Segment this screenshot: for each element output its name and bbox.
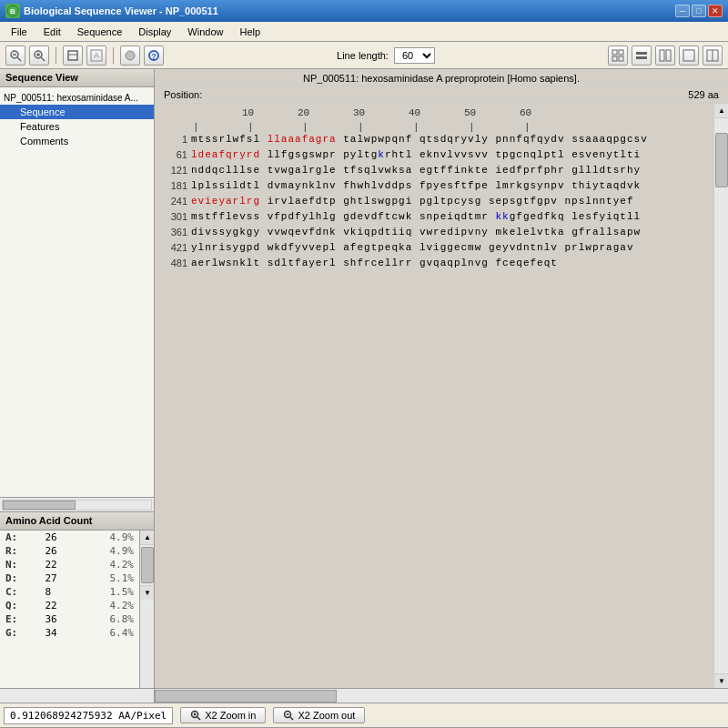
svg-rect-22 [660, 50, 664, 61]
tree-item-root[interactable]: NP_000511: hexosaminidase A... [0, 91, 154, 105]
toolbar-btn-6[interactable]: ? [144, 46, 164, 66]
menu-window[interactable]: Window [180, 25, 230, 39]
seq-position: 181 [164, 178, 191, 193]
svg-rect-20 [636, 52, 647, 55]
zoom-in-button[interactable]: X2 Zoom in [180, 707, 266, 723]
window-controls[interactable]: ─ □ ✕ [675, 5, 723, 17]
aa-table-row: A:264.9% [0, 531, 139, 544]
seq-display-wrapper: 10 20 30 40 50 60 | | | | | | | [155, 104, 728, 688]
seq-view-hscroll[interactable] [0, 497, 154, 511]
vscroll-up[interactable]: ▲ [714, 104, 728, 118]
toolbar-sep-1 [56, 47, 56, 64]
view-btn-2[interactable] [632, 46, 652, 66]
svg-text:?: ? [151, 52, 157, 61]
svg-rect-17 [619, 50, 623, 55]
seq-hscroll[interactable] [155, 688, 728, 703]
seq-row: 121nddqclllse tvwgalrgle tfsqlvwksa egtf… [164, 163, 704, 177]
aa-table-row: R:264.9% [0, 544, 139, 558]
seq-position: 121 [164, 163, 191, 177]
vscroll-down[interactable]: ▼ [714, 673, 728, 688]
seq-position: 1 [164, 132, 191, 147]
svg-text:B: B [10, 7, 15, 15]
svg-line-6 [41, 57, 45, 61]
seq-row: 181lplssildtl dvmaynklnv fhwhlvddps fpye… [164, 178, 704, 193]
seq-text: nddqclllse tvwgalrgle tfsqlvwksa egtffin… [191, 163, 641, 177]
svg-rect-24 [683, 50, 694, 61]
svg-line-3 [17, 57, 21, 61]
aa-count-header: Amino Acid Count [0, 512, 154, 531]
toolbar-btn-3[interactable] [63, 46, 83, 66]
svg-rect-19 [619, 56, 623, 61]
seq-position: 301 [164, 209, 191, 224]
menu-sequence[interactable]: Sequence [70, 25, 130, 39]
tree-item-comments[interactable]: Comments [0, 134, 154, 148]
maximize-button[interactable]: □ [692, 5, 706, 17]
vscroll-thumb[interactable] [715, 133, 728, 187]
aa-table-row: C:81.5% [0, 585, 139, 599]
bottom-info-bar: 0.912068924275932 AA/Pixel X2 Zoom in X2… [0, 703, 728, 728]
position-label: Position: [164, 89, 202, 100]
pixel-ratio-display: 0.912068924275932 AA/Pixel [4, 707, 173, 724]
position-bar: Position: 529 aa [155, 86, 728, 104]
view-btn-5[interactable] [703, 46, 723, 66]
title-bar: B Biological Sequence Viewer - NP_000511… [0, 0, 728, 22]
tree-item-features[interactable]: Features [0, 119, 154, 134]
aa-count-panel: Amino Acid Count A:264.9%R:264.9%N:224.2… [0, 511, 154, 703]
svg-point-13 [126, 51, 135, 60]
seq-row: 241evieyarlrg irvlaefdtp ghtlswgpgi pglt… [164, 194, 704, 208]
svg-rect-16 [612, 50, 617, 55]
aa-scrollbar-thumb[interactable] [141, 547, 154, 583]
aa-hscroll[interactable] [0, 688, 154, 703]
seq-row: 61ldeafqryrd llfgsgswpr pyltgkrhtl eknvl… [164, 147, 704, 162]
line-length-select[interactable]: 60 80 100 [394, 47, 435, 64]
seq-position: 61 [164, 147, 191, 162]
tree-container: NP_000511: hexosaminidase A... Sequence … [0, 87, 154, 497]
app-icon: B [5, 4, 20, 18]
toolbar-btn-4[interactable]: A [86, 46, 106, 66]
seq-position: 421 [164, 240, 191, 255]
svg-rect-23 [666, 50, 671, 61]
aa-table-row: Q:224.2% [0, 599, 139, 612]
seq-row: 361divssygkgy vvwqevfdnk vkiqpdtiiq vwre… [164, 225, 704, 239]
minimize-button[interactable]: ─ [675, 5, 690, 17]
view-btn-1[interactable] [608, 46, 628, 66]
toolbar-btn-5[interactable] [120, 46, 140, 66]
toolbar-sep-2 [113, 47, 114, 64]
seq-row: 481aerlwsnklt sdltfayerl shfrcellrr gvqa… [164, 256, 704, 270]
seq-row: 421ylnrisygpd wkdfyvvepl afegtpeqka lvig… [164, 240, 704, 255]
menu-display[interactable]: Display [131, 25, 178, 39]
seq-rows-container: 1mtssrlwfsl llaaafagra talwpwpqnf qtsdqr… [164, 132, 704, 270]
title-bar-content: B Biological Sequence Viewer - NP_000511 [5, 4, 218, 18]
toolbar-btn-1[interactable] [5, 46, 25, 66]
aa-table-row: E:366.8% [0, 612, 139, 626]
seq-title: NP_000511: hexosaminidase A preproprotei… [155, 69, 728, 86]
svg-text:A: A [94, 51, 99, 60]
zoom-out-button[interactable]: X2 Zoom out [273, 707, 365, 723]
menu-file[interactable]: File [4, 25, 35, 39]
seq-text: evieyarlrg irvlaefdtp ghtlswgpgi pgltpcy… [191, 194, 634, 208]
seq-length: 529 aa [688, 89, 719, 100]
seq-text: lplssildtl dvmaynklnv fhwhlvddps fpyesft… [191, 178, 641, 193]
seq-position: 481 [164, 256, 191, 270]
seq-vscroll[interactable]: ▲ ▼ [713, 104, 728, 688]
svg-rect-9 [68, 51, 77, 60]
close-button[interactable]: ✕ [708, 5, 723, 17]
view-btn-4[interactable] [679, 46, 699, 66]
main-container: Sequence View NP_000511: hexosaminidase … [0, 69, 728, 703]
seq-hscroll-track[interactable] [155, 689, 728, 703]
svg-rect-18 [612, 56, 617, 61]
aa-scrollbar[interactable]: ▲ ▼ [139, 531, 154, 688]
seq-position: 361 [164, 225, 191, 239]
toolbar-btn-2[interactable] [29, 46, 49, 66]
aa-table-row: N:224.2% [0, 558, 139, 571]
menu-edit[interactable]: Edit [36, 25, 68, 39]
seq-position: 241 [164, 194, 191, 208]
seq-hscroll-thumb[interactable] [155, 690, 337, 703]
tree-item-sequence[interactable]: Sequence [0, 105, 154, 119]
seq-row: 1mtssrlwfsl llaaafagra talwpwpqnf qtsdqr… [164, 132, 704, 147]
window-title: Biological Sequence Viewer - NP_000511 [24, 5, 218, 16]
view-btn-3[interactable] [655, 46, 675, 66]
svg-line-32 [290, 717, 293, 720]
menu-help[interactable]: Help [232, 25, 268, 39]
zoom-in-label: X2 Zoom in [205, 710, 256, 721]
